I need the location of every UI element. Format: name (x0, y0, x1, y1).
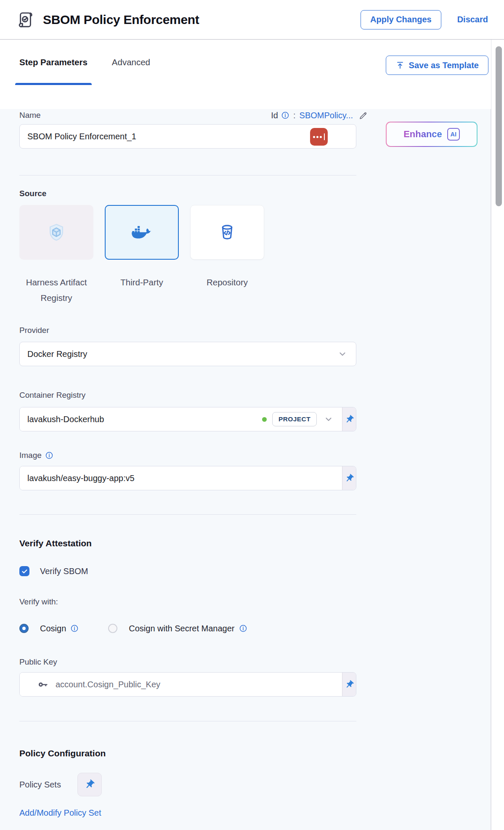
name-id-row: Name Id : SBOMPolicy... (19, 109, 368, 122)
connector-status-dot (262, 417, 267, 422)
name-label: Name (19, 111, 41, 120)
policy-sets-row: Policy Sets (19, 773, 356, 796)
cosign-secret-manager-label: Cosign with Secret Manager (129, 624, 234, 633)
image-pin-button[interactable] (342, 466, 356, 490)
cosign-radio[interactable] (19, 624, 29, 633)
policy-sets-label: Policy Sets (19, 780, 61, 790)
source-card-harness-artifact-registry[interactable] (19, 205, 93, 260)
vertical-scrollbar[interactable] (496, 46, 502, 206)
docker-whale-icon (132, 225, 152, 240)
policy-sets-pin-button[interactable] (77, 773, 102, 796)
multitype-fixed-value-icon[interactable] (310, 128, 328, 146)
tab-bar: Step Parameters Advanced Save as Templat… (0, 40, 504, 85)
image-value: lavakush/easy-buggy-app:v5 (27, 474, 135, 483)
verify-sbom-checkbox[interactable] (19, 566, 29, 576)
enhance-label: Enhance (403, 129, 442, 140)
active-tab-underline (15, 83, 92, 85)
policy-configuration-heading: Policy Configuration (19, 748, 356, 761)
step-id-value: SBOMPolicy... (300, 111, 353, 120)
name-input[interactable]: SBOM Policy Enforcement_1 (19, 124, 356, 149)
repository-bucket-icon (218, 223, 237, 242)
chevron-down-icon (324, 414, 334, 424)
sbom-policy-step-icon (17, 10, 36, 29)
cosign-info-icon[interactable] (70, 624, 79, 633)
chevron-down-icon (337, 349, 347, 359)
verify-sbom-checkbox-row[interactable]: Verify SBOM (19, 564, 356, 578)
provider-value: Docker Registry (27, 349, 87, 359)
apply-changes-label: Apply Changes (370, 15, 432, 24)
divider (19, 721, 356, 721)
public-key-input[interactable]: account.Cosign_Public_Key (19, 672, 356, 697)
harness-artifact-registry-icon (46, 222, 66, 242)
source-card-repository[interactable] (190, 205, 264, 260)
tab-step-parameters[interactable]: Step Parameters (15, 40, 92, 85)
name-input-value: SBOM Policy Enforcement_1 (27, 132, 136, 141)
discard-button[interactable]: Discard (457, 15, 488, 24)
step-parameters-panel: Enhance AI Name Id : SBOMPolicy... (0, 109, 491, 830)
scope-badge: PROJECT (272, 412, 317, 426)
save-as-template-button[interactable]: Save as Template (386, 56, 488, 75)
public-key-value: account.Cosign_Public_Key (56, 680, 160, 689)
id-prefix-label: Id (271, 111, 278, 120)
container-registry-pin-button[interactable] (342, 407, 356, 431)
panel-header: SBOM Policy Enforcement Apply Changes Di… (0, 0, 504, 40)
save-as-template-label: Save as Template (409, 61, 479, 70)
add-modify-policy-set-link[interactable]: Add/Modify Policy Set (19, 808, 101, 818)
verify-attestation-heading: Verify Attestation (19, 538, 356, 550)
divider (19, 514, 356, 515)
cosign-radio-label: Cosign (40, 624, 66, 633)
source-options: Harness Artifact Registry (19, 205, 356, 306)
verify-sbom-label: Verify SBOM (40, 567, 88, 576)
tab-advanced-label: Advanced (112, 57, 150, 67)
source-card-label: Repository (207, 274, 248, 290)
image-label: Image (19, 451, 42, 460)
image-input[interactable]: lavakush/easy-buggy-app:v5 (19, 466, 356, 490)
tab-advanced[interactable]: Advanced (108, 40, 154, 85)
image-info-icon[interactable] (45, 451, 53, 460)
source-card-third-party[interactable] (105, 205, 179, 260)
panel-right-border (491, 40, 491, 830)
apply-changes-button[interactable]: Apply Changes (361, 10, 441, 29)
container-registry-value: lavakush-Dockerhub (27, 415, 104, 424)
provider-label: Provider (19, 326, 356, 336)
step-id-row: Id : SBOMPolicy... (271, 111, 368, 120)
container-registry-select[interactable]: lavakush-Dockerhub PROJECT (19, 407, 356, 431)
enhance-ai-button[interactable]: Enhance AI (386, 122, 477, 147)
verify-with-label: Verify with: (19, 597, 356, 607)
public-key-label: Public Key (19, 657, 356, 668)
id-info-icon[interactable] (281, 111, 289, 120)
upload-icon (395, 61, 405, 70)
verify-with-radio-group: Cosign Cosign with Secret Manager (19, 622, 356, 635)
edit-id-pencil-icon[interactable] (358, 111, 368, 120)
public-key-pin-button[interactable] (342, 673, 356, 696)
id-separator: : (293, 111, 296, 120)
ai-badge-icon: AI (447, 128, 460, 141)
source-card-label: Harness Artifact Registry (19, 274, 93, 306)
container-registry-label: Container Registry (19, 391, 356, 401)
cosign-secret-manager-radio[interactable] (108, 624, 117, 633)
tab-step-parameters-label: Step Parameters (19, 57, 88, 67)
divider (19, 175, 356, 176)
key-icon (37, 679, 49, 690)
image-label-row: Image (19, 450, 356, 460)
cosign-secret-manager-info-icon[interactable] (239, 624, 247, 633)
provider-select[interactable]: Docker Registry (19, 342, 356, 366)
source-label: Source (19, 189, 356, 199)
page-title: SBOM Policy Enforcement (43, 13, 199, 27)
source-card-label: Third-Party (120, 274, 163, 290)
